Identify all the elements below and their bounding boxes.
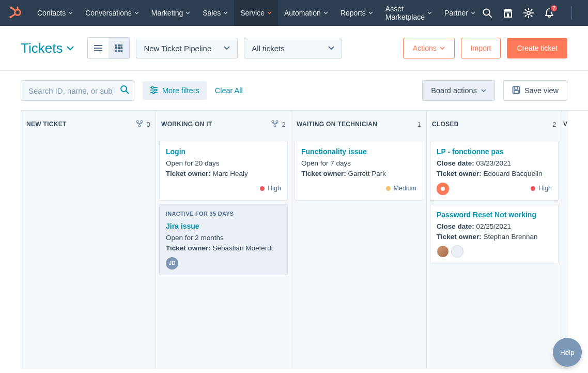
priority: High — [531, 184, 552, 193]
page-title-dropdown[interactable]: Tickets — [21, 40, 74, 56]
owner-line: Ticket owner: Stephan Brennan — [437, 232, 552, 242]
chevron-down-icon — [267, 11, 272, 14]
association-chips — [437, 245, 463, 258]
nav-item-marketing[interactable]: Marketing — [145, 0, 196, 26]
chevron-down-icon — [471, 11, 475, 14]
column-header[interactable]: WAITING ON TECHNICIAN1 — [291, 111, 426, 138]
column-body[interactable] — [21, 138, 156, 144]
nav-item-automation[interactable]: Automation — [278, 0, 334, 26]
ticket-card[interactable]: Password Reset Not workingClose date: 02… — [430, 204, 559, 264]
caret-down-icon — [481, 89, 486, 92]
hubspot-chip[interactable] — [437, 183, 449, 195]
nav-icons: 7 — [482, 5, 588, 21]
ticket-title: LP - fonctionne pas — [437, 146, 552, 157]
save-icon — [512, 86, 520, 96]
chevron-down-icon — [134, 11, 139, 14]
close-date-line: Close date: 03/23/2021 — [437, 158, 552, 169]
marketplace-icon[interactable] — [502, 7, 514, 19]
svg-rect-15 — [118, 44, 120, 47]
import-button-label: Import — [471, 44, 491, 52]
svg-rect-17 — [115, 47, 117, 49]
nav-item-reports[interactable]: Reports — [334, 0, 379, 26]
column-title: NEW TICKET — [26, 121, 67, 128]
ticket-card[interactable]: LP - fonctionne pasClose date: 03/23/202… — [430, 141, 559, 201]
svg-rect-16 — [120, 44, 122, 47]
svg-point-36 — [138, 125, 141, 127]
nav-item-sales[interactable]: Sales — [196, 0, 234, 26]
save-view-button[interactable]: Save view — [503, 80, 567, 101]
nav-item-service[interactable]: Service — [234, 0, 278, 26]
open-for-line: Open for 7 days — [301, 158, 416, 169]
view-select-value: All tickets — [252, 44, 284, 53]
view-select[interactable]: All tickets — [244, 38, 342, 58]
svg-rect-22 — [120, 50, 122, 52]
column-count: 0 — [146, 121, 150, 128]
open-for-line: Open for 20 days — [166, 158, 281, 169]
column-working-on-it: WORKING ON IT2LoginOpen for 20 daysTicke… — [156, 111, 291, 369]
svg-rect-33 — [514, 91, 518, 94]
nav-item-label: Partner — [444, 9, 468, 17]
search-icon[interactable] — [482, 7, 493, 19]
ticket-card[interactable]: LoginOpen for 20 daysTicket owner: Marc … — [159, 141, 288, 201]
notifications-icon[interactable]: 7 — [544, 7, 555, 19]
svg-line-7 — [489, 14, 491, 17]
pipeline-select[interactable]: New Ticket Pipeline — [136, 38, 238, 58]
filter-icon — [150, 86, 158, 95]
clear-all-link[interactable]: Clear All — [215, 86, 243, 95]
svg-point-26 — [151, 86, 153, 88]
header-buttons: Actions Import Create ticket — [403, 38, 567, 58]
ghost-chip[interactable] — [451, 245, 463, 258]
actions-button[interactable]: Actions — [403, 38, 455, 58]
branch-icon — [136, 120, 143, 129]
association-chips — [437, 183, 449, 195]
column-body[interactable]: LP - fonctionne pasClose date: 03/23/202… — [427, 138, 562, 266]
owner-line: Ticket owner: Garrett Park — [301, 169, 416, 179]
card-footer: High — [437, 183, 552, 195]
more-filters-button[interactable]: More filters — [143, 81, 207, 100]
nav-item-partner[interactable]: Partner — [438, 0, 482, 26]
chevron-down-icon — [323, 11, 328, 14]
caret-down-icon — [328, 46, 334, 50]
column-header[interactable]: WORKING ON IT2 — [156, 111, 291, 138]
column-body[interactable]: Functionality issueOpen for 7 daysTicket… — [291, 138, 426, 204]
column-title: WORKING ON IT — [161, 121, 212, 128]
svg-point-10 — [527, 11, 530, 14]
column-count: 1 — [417, 121, 421, 128]
column-body[interactable]: LoginOpen for 20 daysTicket owner: Marc … — [156, 138, 291, 278]
nav-item-label: Automation — [284, 9, 321, 17]
svg-point-3 — [10, 7, 12, 9]
nav-divider — [571, 6, 572, 20]
kanban-board: NEW TICKET0WORKING ON IT2LoginOpen for 2… — [21, 110, 588, 369]
hubspot-logo[interactable] — [8, 6, 22, 20]
column-header[interactable]: CLOSED2 — [427, 111, 562, 138]
settings-icon[interactable] — [523, 7, 534, 19]
card-footer: High — [166, 183, 281, 195]
board-actions-button[interactable]: Board actions — [422, 80, 495, 101]
svg-point-35 — [141, 121, 143, 123]
ticket-card[interactable]: INACTIVE FOR 35 DAYSJira issueOpen for 2… — [159, 204, 288, 275]
create-ticket-button-label: Create ticket — [517, 44, 558, 52]
svg-rect-32 — [514, 86, 518, 89]
user-avatar-chip[interactable] — [437, 245, 449, 258]
nav-item-contacts[interactable]: Contacts — [31, 0, 79, 26]
chevron-down-icon — [368, 11, 373, 14]
association-chips: JD — [166, 257, 178, 270]
nav-item-label: Service — [240, 9, 265, 17]
user-chip[interactable]: JD — [166, 257, 178, 270]
board-view-button[interactable] — [109, 38, 129, 58]
board-actions-label: Board actions — [431, 86, 477, 95]
open-for-line: Open for 2 months — [166, 233, 281, 243]
list-view-button[interactable] — [88, 38, 109, 58]
import-button[interactable]: Import — [461, 38, 501, 58]
ticket-card[interactable]: Functionality issueOpen for 7 daysTicket… — [295, 141, 423, 201]
nav-item-asset-marketplace[interactable]: Asset Marketplace — [379, 0, 438, 26]
close-date-line: Close date: 02/25/2021 — [437, 221, 552, 232]
column-waiting-on-technician: WAITING ON TECHNICIAN1Functionality issu… — [291, 111, 427, 369]
create-ticket-button[interactable]: Create ticket — [507, 38, 567, 58]
search-input[interactable] — [21, 80, 134, 101]
column-header[interactable]: NEW TICKET0 — [21, 111, 156, 138]
nav-item-conversations[interactable]: Conversations — [79, 0, 145, 26]
help-button[interactable]: Help — [553, 338, 582, 367]
nav-item-label: Marketing — [151, 9, 183, 17]
nav-item-label: Contacts — [37, 9, 66, 17]
